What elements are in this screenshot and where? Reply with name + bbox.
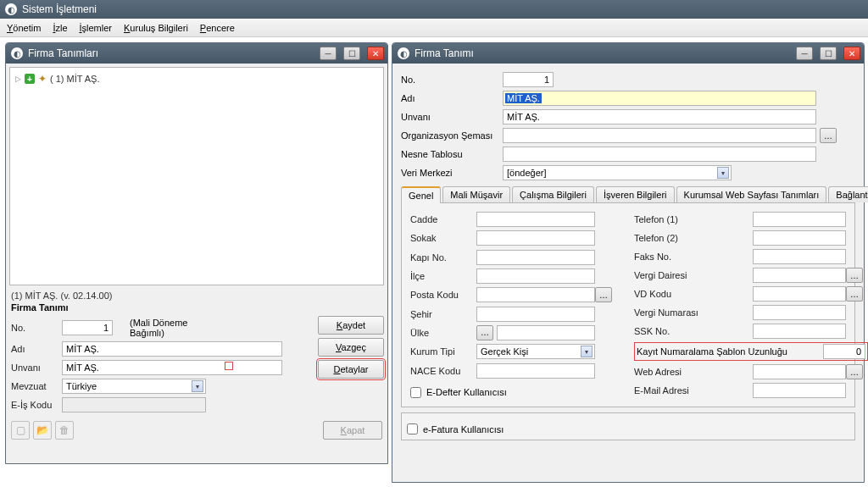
label-cadde: Cadde [410,214,476,224]
label-web: Web Adresi [634,367,753,377]
firma-tree[interactable]: ▷ + ✦ ( 1) MİT AŞ. [9,67,384,285]
nace-field[interactable] [476,363,595,379]
tab-calisma[interactable]: Çalışma Bilgileri [512,186,594,202]
no-field[interactable] [62,320,113,335]
app-icon: ◐ [5,3,17,15]
wand-icon: ✦ [38,73,47,85]
tab-baglanti[interactable]: Bağlantı Ayarları [828,186,868,202]
win2-footer: e-Fatura Kullanıcısı [401,412,855,440]
win2-titlebar[interactable]: ◐ Firma Tanımı ─ ☐ ✕ [392,43,864,64]
tab-isveren[interactable]: İşveren Bilgileri [596,186,675,202]
kayit-field[interactable] [823,344,865,359]
win1-minimize-button[interactable]: ─ [320,47,337,60]
label-vergid: Vergi Dairesi [634,270,753,280]
menu-yonetim[interactable]: Yönetim [7,23,41,33]
tel2-field[interactable] [753,230,846,246]
menu-izle[interactable]: İzle [53,23,67,33]
chevron-down-icon: ▾ [192,380,203,392]
win2-maximize-button[interactable]: ☐ [820,47,837,60]
posta-field[interactable] [476,287,595,302]
chevron-down-icon: ▾ [717,167,729,179]
email-field[interactable] [753,383,846,398]
sehir-field[interactable] [476,307,595,322]
adi-field[interactable] [62,341,282,357]
menu-kurulus[interactable]: Kuruluş Bilgileri [124,23,188,33]
posta-browse-button[interactable]: … [595,287,612,302]
vergid-field[interactable] [753,268,846,283]
ulke-field[interactable] [497,325,595,340]
sokak-field[interactable] [476,230,595,246]
mevzuat-select[interactable]: Türkiye ▾ [62,379,206,394]
win1-close-button[interactable]: ✕ [367,47,384,60]
vergid-browse-button[interactable]: … [846,268,863,283]
win2-close-button[interactable]: ✕ [843,47,860,60]
nesne-field[interactable] [503,147,816,162]
label-ssk: SSK No. [634,326,753,336]
label-kurum: Kurum Tipi [410,346,476,357]
web-field[interactable] [753,364,846,379]
unvani2-field[interactable] [503,109,816,125]
delete-icon: 🗑 [55,421,74,440]
ulke-browse-button[interactable]: … [476,325,493,340]
win2-title: Firma Tanımı [415,47,789,59]
label-nace: NACE Kodu [410,366,476,376]
tab-genel[interactable]: Genel [401,186,441,203]
label-nesne: Nesne Tablosu [401,149,503,159]
ilce-field[interactable] [476,268,595,284]
menu-pencere[interactable]: Pencere [200,23,235,33]
cadde-field[interactable] [476,212,595,227]
label-org: Organizasyon Şeması [401,130,503,141]
label-sehir: Şehir [410,309,476,319]
vdkod-browse-button[interactable]: … [846,286,863,302]
win2-body: No. Adı MİT AŞ. Unvanı Organizasyon Şema… [392,64,864,482]
no2-field[interactable] [503,72,554,87]
kapi-field[interactable] [476,250,595,265]
label-sokak: Sokak [410,233,476,243]
efatura-checkbox[interactable] [407,423,418,434]
selection-path: (1) MİT AŞ. (v. 02.14.00) [11,291,382,301]
tel1-field[interactable] [753,212,846,227]
org-browse-button[interactable]: … [820,128,837,143]
faks-field[interactable] [753,249,846,264]
kapat-button[interactable]: Kapat [323,421,382,440]
tree-row[interactable]: ▷ + ✦ ( 1) MİT AŞ. [15,73,378,85]
vergin-field[interactable] [753,305,846,320]
label-no2: No. [401,75,503,85]
edefter-checkbox[interactable] [410,387,421,398]
web-browse-button[interactable]: … [846,364,863,379]
veri-select[interactable]: [öndeğer] ▾ [503,165,732,180]
workspace: ◐ Firma Tanımları ─ ☐ ✕ ▷ + ✦ ( 1) MİT A… [0,37,868,487]
kurum-select[interactable]: Gerçek Kişi ▾ [476,344,595,359]
win1-maximize-button[interactable]: ☐ [343,47,360,60]
label-kayit: Kayıt Numaralama Şablon Uzunluğu [637,346,820,357]
tab-mali[interactable]: Mali Müşavir [442,186,510,202]
win2-minimize-button[interactable]: ─ [796,47,813,60]
adi2-selected-text: MİT AŞ. [505,93,542,103]
label-mevzuat: Mevzuat [11,381,62,391]
win1-titlebar[interactable]: ◐ Firma Tanımları ─ ☐ ✕ [6,43,387,64]
window-firma-tanimi: ◐ Firma Tanımı ─ ☐ ✕ No. Adı MİT AŞ. Unv… [392,42,865,483]
label-efatura: e-Fatura Kullanıcısı [423,424,504,434]
label-vergin: Vergi Numarası [634,307,753,318]
vazgec-button[interactable]: Vazgeç [318,338,384,357]
adi2-field[interactable]: MİT AŞ. [503,91,816,106]
ssk-field[interactable] [753,324,846,339]
eis-field [62,397,206,412]
org-field[interactable] [503,128,816,143]
vdkod-field[interactable] [753,286,846,302]
detaylar-button[interactable]: Detaylar [318,360,384,379]
label-veri: Veri Merkezi [401,168,503,178]
unvani-field[interactable] [62,360,282,375]
menu-islemler[interactable]: İşlemler [80,23,113,33]
plus-icon: + [25,74,35,84]
window-firma-tanimlari: ◐ Firma Tanımları ─ ☐ ✕ ▷ + ✦ ( 1) MİT A… [5,42,388,464]
label-unvani: Unvanı [11,362,62,373]
label-vdkod: VD Kodu [634,289,753,299]
tree-expand-icon[interactable]: ▷ [15,75,21,83]
label-kapi: Kapı No. [410,252,476,263]
unvani-marker [225,362,233,370]
kaydet-button[interactable]: Kaydet [318,316,384,335]
tab-kurumsal[interactable]: Kurumsal Web Sayfası Tanımları [676,186,827,202]
app-title: Sistem İşletmeni [22,3,97,15]
kurum-value: Gerçek Kişi [481,346,528,357]
